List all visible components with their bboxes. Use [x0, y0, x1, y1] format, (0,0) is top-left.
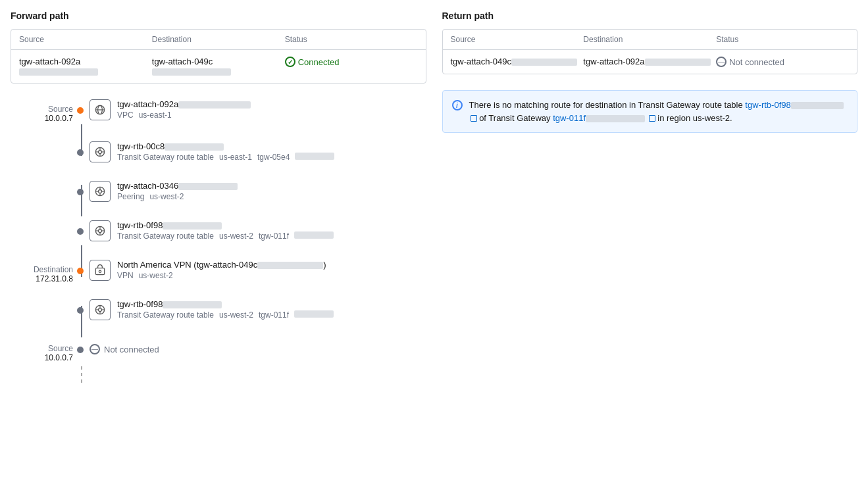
dest-meta: VPN us-west-2 [117, 271, 326, 280]
flow-node-rtb3: tgw-rtb-0f98 Transit Gateway route table… [89, 299, 426, 320]
forward-header-source: Source [19, 35, 152, 44]
return-path-panel: Return path Source Destination Status tg… [442, 11, 858, 373]
vpn-icon [89, 260, 111, 281]
forward-header-destination: Destination [152, 35, 285, 44]
svg-point-10 [99, 190, 102, 193]
return-status-not-connected: Not connected [716, 57, 849, 67]
info-text: There is no matching route for destinati… [469, 99, 848, 124]
svg-point-24 [99, 308, 102, 312]
main-layout: Forward path Source Destination Status t… [11, 11, 857, 373]
route-table-icon-3 [89, 299, 111, 320]
source-node-content: tgw-attach-092a VPC us-east-1 [117, 99, 251, 120]
node-label-source: Source 10.0.0.7 [14, 105, 73, 123]
svg-rect-21 [95, 268, 104, 275]
rtb1-name: tgw-rtb-00c8 [117, 141, 334, 151]
dest-label-title: Destination [14, 265, 73, 274]
dest-content: North America VPN (tgw-attach-049c) VPN … [117, 260, 326, 280]
svg-point-16 [99, 230, 102, 233]
return-status-cell: Not connected [716, 57, 849, 67]
node-dot-rtb1 [77, 149, 84, 156]
forward-status-cell: Connected [285, 57, 418, 76]
info-box: There is no matching route for destinati… [442, 90, 858, 133]
rtb2-name: tgw-rtb-0f98 [117, 220, 334, 230]
rtb3-meta: Transit Gateway route table us-west-2 tg… [117, 310, 334, 320]
svg-point-4 [99, 151, 102, 154]
forward-table-header: Source Destination Status [11, 30, 426, 50]
flow-node-rtb1: tgw-rtb-00c8 Transit Gateway route table… [89, 141, 426, 162]
rtb1-meta: Transit Gateway route table us-east-1 tg… [117, 153, 334, 162]
source-label-title: Source [14, 105, 73, 114]
node-label-dest: Destination 172.31.0.8 [14, 265, 73, 283]
node-label-end: Source 10.0.0.7 [14, 344, 73, 362]
forward-header-status: Status [285, 35, 418, 44]
flow-diagram: Source 10.0.0.7 tgw-attach-092a [11, 99, 426, 354]
forward-source-id: tgw-attach-092a [19, 57, 152, 76]
return-path-title: Return path [442, 11, 858, 21]
not-connected-status-icon [716, 57, 727, 67]
node-dot-end [77, 347, 84, 353]
external-link-icon-2 [649, 115, 655, 122]
return-path-table: Source Destination Status tgw-attach-049… [442, 29, 858, 74]
node-dot-rtb3 [77, 307, 84, 314]
return-header-destination: Destination [583, 35, 716, 44]
return-table-row: tgw-attach-049c tgw-attach-092a Not conn… [443, 50, 857, 74]
forward-status-connected: Connected [285, 57, 418, 67]
end-label-title: Source [14, 344, 73, 353]
rtb1-content: tgw-rtb-00c8 Transit Gateway route table… [117, 141, 334, 162]
return-header-source: Source [451, 35, 584, 44]
flow-diagram-inner: Source 10.0.0.7 tgw-attach-092a [11, 99, 426, 354]
external-link-icon-1 [471, 115, 477, 122]
return-table-header: Source Destination Status [443, 30, 857, 50]
flow-node-end: Source 10.0.0.7 Not connected [89, 339, 426, 354]
end-not-connected: Not connected [89, 339, 159, 354]
node-dot-rtb2 [77, 228, 84, 235]
flow-node-peering: tgw-attach-0346 Peering us-west-2 [89, 181, 426, 202]
peering-content: tgw-attach-0346 Peering us-west-2 [117, 181, 238, 201]
forward-source-cell: tgw-attach-092a [19, 57, 152, 76]
peering-icon [89, 181, 111, 202]
return-dest-cell: tgw-attach-092a [583, 57, 716, 67]
route-table-icon-1 [89, 141, 111, 162]
dest-name: North America VPN (tgw-attach-049c) [117, 260, 326, 270]
info-icon [452, 100, 463, 110]
peering-name: tgw-attach-0346 [117, 181, 238, 191]
return-dest-id: tgw-attach-092a [583, 57, 716, 66]
forward-status-label: Connected [298, 57, 340, 67]
node-dot-source [77, 107, 84, 114]
forward-path-title: Forward path [11, 11, 426, 21]
source-node-meta: VPC us-east-1 [117, 110, 251, 120]
route-table-icon-2 [89, 220, 111, 241]
tgw-link[interactable]: tgw-011f [553, 113, 657, 123]
not-connected-icon [89, 344, 100, 354]
forward-table-row: tgw-attach-092a tgw-attach-049c Connecte… [11, 50, 426, 83]
end-status-label: Not connected [104, 345, 159, 354]
source-node-name: tgw-attach-092a [117, 99, 251, 109]
return-header-status: Status [716, 35, 849, 44]
rtb3-name: tgw-rtb-0f98 [117, 299, 334, 309]
flow-node-dest: Destination 172.31.0.8 North America VPN… [89, 260, 426, 281]
forward-dest-id: tgw-attach-049c [152, 57, 285, 76]
svg-point-22 [99, 270, 101, 272]
forward-path-panel: Forward path Source Destination Status t… [11, 11, 426, 373]
rtb2-content: tgw-rtb-0f98 Transit Gateway route table… [117, 220, 334, 241]
rtb2-meta: Transit Gateway route table us-west-2 tg… [117, 231, 334, 241]
source-label-value: 10.0.0.7 [14, 114, 73, 123]
forward-dest-cell: tgw-attach-049c [152, 57, 285, 76]
return-source-id: tgw-attach-049c [451, 57, 584, 66]
flow-node-source: Source 10.0.0.7 tgw-attach-092a [89, 99, 426, 120]
flow-node-rtb2: tgw-rtb-0f98 Transit Gateway route table… [89, 220, 426, 241]
connected-icon [285, 57, 295, 67]
vpc-icon [89, 99, 111, 120]
dest-label-value: 172.31.0.8 [14, 274, 73, 283]
return-source-cell: tgw-attach-049c [451, 57, 584, 67]
peering-meta: Peering us-west-2 [117, 192, 238, 201]
forward-path-table: Source Destination Status tgw-attach-092… [11, 29, 426, 84]
return-status-label: Not connected [729, 57, 784, 67]
connector-5 [81, 366, 82, 383]
node-dot-dest [77, 268, 84, 274]
rtb3-content: tgw-rtb-0f98 Transit Gateway route table… [117, 299, 334, 320]
end-label-value: 10.0.0.7 [14, 353, 73, 362]
node-dot-peering [77, 189, 84, 195]
